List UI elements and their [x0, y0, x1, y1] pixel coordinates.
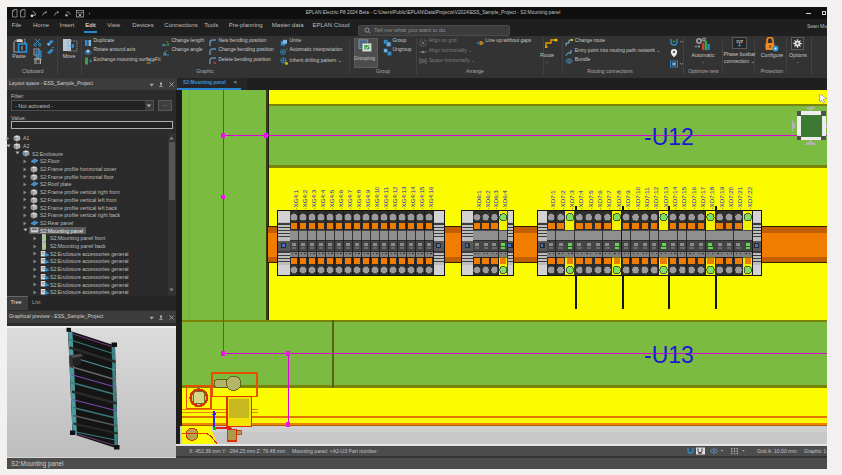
svg-text:-XD7:5: -XD7:5 [587, 190, 594, 210]
svg-text:-XG4:16: -XG4:16 [427, 186, 434, 210]
svg-text:-U13: -U13 [644, 342, 694, 368]
svg-text:-XD7:21: -XD7:21 [736, 186, 743, 209]
svg-text:-XD7:19: -XD7:19 [718, 186, 725, 209]
svg-text:-XD6:1: -XD6:1 [475, 190, 482, 210]
svg-text:-XD7:22: -XD7:22 [746, 186, 753, 209]
svg-text:-XD7:3: -XD7:3 [568, 190, 575, 210]
svg-text:-XG4:8: -XG4:8 [355, 189, 362, 209]
svg-text:xyz: xyz [736, 39, 744, 44]
svg-text:-XD7:7: -XD7:7 [605, 190, 612, 210]
svg-text:-XG4:9: -XG4:9 [364, 189, 371, 209]
svg-text:-XD7:17: -XD7:17 [699, 186, 706, 209]
svg-text:-XD6:3: -XD6:3 [492, 190, 499, 210]
svg-text:-XD7:20: -XD7:20 [727, 186, 734, 209]
svg-text:-XD7:8: -XD7:8 [615, 190, 622, 210]
svg-text:-XD7:13: -XD7:13 [662, 186, 669, 209]
svg-text:-XD6:2: -XD6:2 [484, 190, 491, 210]
svg-text:-XG4:6: -XG4:6 [337, 189, 344, 209]
svg-text:-XG4:13: -XG4:13 [400, 186, 407, 210]
svg-text:1: 1 [24, 38, 27, 43]
svg-text:-XD7:16: -XD7:16 [690, 186, 697, 209]
svg-text:-XD7:4: -XD7:4 [577, 190, 584, 210]
svg-text:-XG4:15: -XG4:15 [418, 186, 425, 210]
svg-text:-XG4:2: -XG4:2 [301, 189, 308, 209]
svg-text:-XG4:1: -XG4:1 [292, 189, 299, 209]
svg-text:-XD7:9: -XD7:9 [624, 190, 631, 210]
svg-text:-XD7:14: -XD7:14 [671, 186, 678, 209]
svg-text:-XD7:11: -XD7:11 [643, 187, 650, 210]
svg-text:-XD7:6: -XD7:6 [596, 190, 603, 210]
svg-text:-XD7:18: -XD7:18 [708, 186, 715, 209]
svg-text:-XD7:12: -XD7:12 [652, 186, 659, 209]
svg-text:-XD7:10: -XD7:10 [634, 186, 641, 209]
svg-text:-XG4:10: -XG4:10 [373, 186, 380, 210]
svg-text:-XG4:14: -XG4:14 [409, 186, 416, 210]
svg-text:-XD7:2: -XD7:2 [559, 190, 566, 210]
svg-text:-XD7:15: -XD7:15 [680, 186, 687, 209]
svg-text:-XD7:1: -XD7:1 [549, 190, 556, 210]
svg-text:-XG4:4: -XG4:4 [319, 189, 326, 209]
svg-text:-U12: -U12 [644, 124, 694, 150]
svg-text:-XD6:4: -XD6:4 [501, 190, 508, 210]
svg-text:-XG4:3: -XG4:3 [310, 189, 317, 209]
svg-text:-XG4:7: -XG4:7 [346, 189, 353, 209]
svg-text:-XG4:12: -XG4:12 [391, 186, 398, 210]
svg-text:-XG4:5: -XG4:5 [328, 189, 335, 209]
svg-text:-XG4:11: -XG4:11 [382, 186, 389, 209]
